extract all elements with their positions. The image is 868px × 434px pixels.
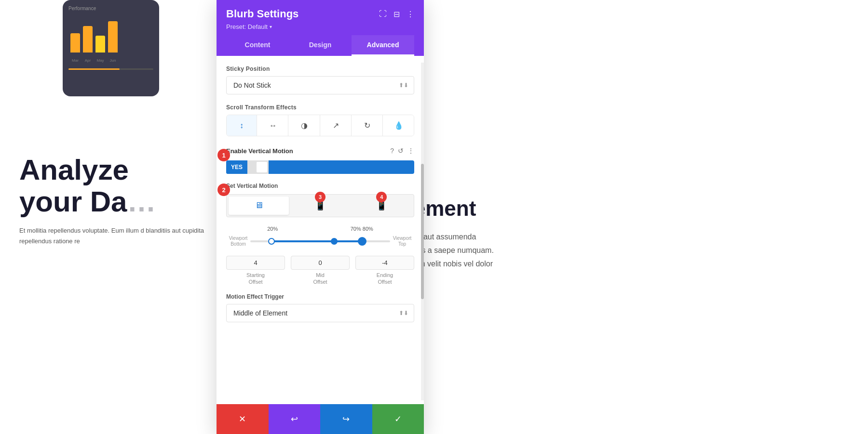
panel-scrollbar[interactable] xyxy=(421,63,424,400)
slider-thumb-left[interactable] xyxy=(268,238,275,245)
scroll-effects-label: Scroll Transform Effects xyxy=(226,104,414,111)
chart-title: Performance xyxy=(68,6,153,11)
mid-offset-input[interactable] xyxy=(291,256,350,270)
label-70-80pct: 70% 80% xyxy=(351,226,373,232)
panel-scrollbar-thumb xyxy=(421,164,424,299)
set-vertical-motion-section: 2 Set Vertical Motion 🖥 3 📱 4 📱 xyxy=(226,183,414,286)
preset-arrow: ▾ xyxy=(270,24,272,29)
device-tab-desktop[interactable]: 🖥 xyxy=(229,197,289,215)
mid-offset-group: MidOffset xyxy=(291,256,350,286)
label-may: May xyxy=(95,58,105,63)
more-icon[interactable]: ⋮ xyxy=(407,147,414,155)
background-page: Performance Mar Apr May Jun Analyzeyour … xyxy=(0,0,868,434)
panel-title-row: Blurb Settings ⛶ ⊟ ⋮ xyxy=(226,8,414,20)
headline-text: Analyzeyour Da… xyxy=(19,154,222,218)
effect-fade-btn[interactable]: ◑ xyxy=(289,115,320,136)
offset-row: StartingOffset MidOffset EndingOffset xyxy=(226,256,414,286)
panel-header: Blurb Settings ⛶ ⊟ ⋮ Preset: Default ▾ C… xyxy=(217,0,424,56)
device-tab-tablet[interactable]: 3 📱 xyxy=(290,197,350,215)
chart-bars xyxy=(68,16,153,54)
chart-bar-2 xyxy=(83,26,93,53)
enable-vertical-toggle[interactable]: YES xyxy=(226,160,414,174)
chart-progress-fill xyxy=(68,68,120,70)
badge-1: 1 xyxy=(217,149,230,161)
badge-3: 3 xyxy=(315,192,326,202)
panel-preset[interactable]: Preset: Default ▾ xyxy=(226,23,414,30)
undo-button[interactable]: ↩ xyxy=(269,404,321,434)
sticky-position-label: Sticky Position xyxy=(226,66,414,72)
chart-bar-3 xyxy=(95,36,105,53)
tab-advanced[interactable]: Advanced xyxy=(352,35,414,56)
toggle-thumb xyxy=(257,162,267,172)
slider-track-wrapper: ViewportBottom ViewportTop xyxy=(226,235,414,248)
motion-trigger-label: Motion Effect Trigger xyxy=(226,293,414,300)
dots-icon[interactable]: ⋮ xyxy=(407,10,414,19)
expand-icon[interactable]: ⛶ xyxy=(379,10,387,18)
label-apr: Apr xyxy=(83,58,93,63)
effect-rotate-btn[interactable]: ↻ xyxy=(353,115,383,136)
ending-offset-label: EndingOffset xyxy=(355,272,414,286)
slider-thumb-mid[interactable] xyxy=(331,238,338,245)
label-jun: Jun xyxy=(108,58,118,63)
bg-paragraph: Et mollitia repellendus voluptate. Eum i… xyxy=(19,225,222,247)
reset-icon[interactable]: ↺ xyxy=(398,147,404,155)
effect-blur-btn[interactable]: ↗ xyxy=(321,115,352,136)
effect-horizontal-btn[interactable]: ↔ xyxy=(258,115,288,136)
help-icon[interactable]: ? xyxy=(390,147,394,155)
phone-mockup: Performance Mar Apr May Jun xyxy=(63,0,159,96)
slider-labels-top: 20% 70% 80% xyxy=(226,226,414,232)
panel-footer: ✕ ↩ ↪ ✓ xyxy=(217,404,424,434)
chart-bar-1 xyxy=(70,33,80,53)
starting-offset-input[interactable] xyxy=(226,256,285,270)
motion-trigger-select[interactable]: Middle of Element Top of Element Bottom … xyxy=(226,304,414,322)
starting-offset-group: StartingOffset xyxy=(226,256,285,286)
toggle-yes-label: YES xyxy=(226,160,247,174)
enable-vertical-section: 1 Enable Vertical Motion ? ↺ ⋮ YES xyxy=(226,147,414,174)
label-20pct: 20% xyxy=(267,226,278,232)
sticky-position-wrapper: Do Not Stick Stick To Top Stick To Botto… xyxy=(226,76,414,94)
chart-bar-4 xyxy=(108,21,118,53)
blurb-settings-panel: Blurb Settings ⛶ ⊟ ⋮ Preset: Default ▾ C… xyxy=(217,0,424,434)
badge-4: 4 xyxy=(376,192,387,202)
scroll-effects-row: ↕ ↔ ◑ ↗ ↻ 💧 xyxy=(226,115,414,136)
slider-fill xyxy=(271,240,363,242)
ending-offset-input[interactable] xyxy=(355,256,414,270)
preset-text: Preset: Default xyxy=(226,23,268,30)
motion-trigger-wrapper: Middle of Element Top of Element Bottom … xyxy=(226,304,414,322)
enable-vertical-row: Enable Vertical Motion ? ↺ ⋮ xyxy=(226,147,414,155)
set-motion-label: Set Vertical Motion xyxy=(226,183,414,189)
slider-section: 20% 70% 80% ViewportBottom ViewportTop xyxy=(226,226,414,248)
panel-body[interactable]: Sticky Position Do Not Stick Stick To To… xyxy=(217,56,424,404)
mid-offset-label: MidOffset xyxy=(291,272,350,286)
effect-motion-btn[interactable]: ↕ xyxy=(227,115,257,136)
device-tabs: 🖥 3 📱 4 📱 xyxy=(226,194,414,217)
effect-opacity-btn[interactable]: 💧 xyxy=(384,115,414,136)
panel-title: Blurb Settings xyxy=(226,8,298,20)
sticky-position-select[interactable]: Do Not Stick Stick To Top Stick To Botto… xyxy=(226,76,414,94)
viewport-bottom-label: ViewportBottom xyxy=(226,236,250,247)
split-icon[interactable]: ⊟ xyxy=(393,10,400,19)
label-mar: Mar xyxy=(70,58,80,63)
cancel-button[interactable]: ✕ xyxy=(217,404,269,434)
starting-offset-label: StartingOffset xyxy=(226,272,285,286)
device-tab-mobile[interactable]: 4 📱 xyxy=(352,197,412,215)
chart-progress-bar xyxy=(68,68,153,70)
panel-title-icons: ⛶ ⊟ ⋮ xyxy=(379,10,414,19)
slider-inner xyxy=(250,240,390,242)
save-button[interactable]: ✓ xyxy=(372,404,424,434)
viewport-top-label: ViewportTop xyxy=(390,236,414,247)
enable-vertical-label: Enable Vertical Motion xyxy=(226,147,386,155)
chart-month-labels: Mar Apr May Jun xyxy=(68,57,153,64)
tab-content[interactable]: Content xyxy=(226,35,289,56)
bg-left-section: Performance Mar Apr May Jun Analyzeyour … xyxy=(0,0,222,434)
ending-offset-group: EndingOffset xyxy=(355,256,414,286)
badge-2: 2 xyxy=(217,184,230,196)
bg-headline: Analyzeyour Da… Et mollitia repellendus … xyxy=(19,154,222,247)
panel-tabs: Content Design Advanced xyxy=(226,35,414,56)
toggle-track[interactable] xyxy=(247,160,269,174)
slider-thumb-right[interactable] xyxy=(358,237,366,246)
redo-button[interactable]: ↪ xyxy=(320,404,372,434)
tab-design[interactable]: Design xyxy=(289,35,352,56)
